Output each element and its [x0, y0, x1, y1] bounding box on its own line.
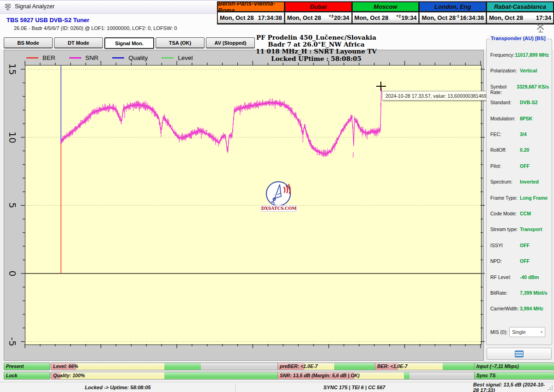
transponder-row-label: Frame Type: — [490, 195, 520, 201]
status-sync: SYNC 175 | TEI 6 | CC 567 — [235, 382, 473, 392]
transponder-row: Frame Type:Long Frame — [490, 195, 549, 201]
transponder-row: Frequency:11017,899 MHz — [490, 52, 549, 58]
transponder-row-label: CarrierWidth: — [490, 306, 520, 311]
clock-date: Mon, Oct 28 — [422, 14, 456, 21]
transponder-row: NPD:OFF — [490, 258, 549, 264]
clock-time-cell: Mon, Oct 28-116:34:38 — [419, 12, 486, 24]
transponder-row-label: Standard: — [490, 100, 520, 105]
y-axis-tick-label: 0 — [4, 265, 21, 282]
transponder-row-value: 7,399 Mbit/s — [520, 290, 548, 296]
chart-header-line3: 11 018 MHz_H : SNRT Layoune TV — [199, 48, 434, 55]
mode-button-tsa-ok[interactable]: TSA (OK) — [156, 37, 205, 48]
signal-bar-ber: BER: <1.0E-7 — [375, 362, 475, 370]
transponder-row-label: Modulation: — [490, 116, 520, 121]
status-uptime: Locked -> Uptime: 58:08:05 — [0, 382, 235, 392]
mis-dropdown[interactable]: Single ▾ — [509, 327, 545, 337]
clock-date: Mon, Oct 28 — [489, 14, 523, 21]
transponder-row-label: RollOff: — [490, 147, 520, 153]
signal-bar-snr: SNR: 13,5 dB (Margin: 5,6 dB | OK) — [277, 372, 475, 380]
watermark-text: DXSATCS.COM — [261, 205, 297, 212]
transponder-row: RollOff:0.20 — [490, 147, 549, 153]
legend-label: BER — [42, 54, 55, 61]
signal-chart — [25, 65, 481, 344]
transponder-title: Transponder (AU) [BS] — [489, 36, 547, 41]
clock-city-header: Berlin-Paris-Vienna-Roma — [217, 2, 284, 12]
resize-grip[interactable] — [548, 385, 553, 391]
y-axis-tick-label: 15 — [4, 61, 21, 77]
chart-tooltip: 2024-10-28 17.33.57, value: 13,600000381… — [382, 91, 493, 101]
transponder-row: ISSYIOFF — [490, 243, 549, 248]
transponder-row-label: Code Mode: — [490, 211, 520, 216]
transponder-row-value: 0.20 — [520, 147, 529, 153]
legend-swatch — [112, 57, 124, 59]
transponder-panel: Transponder (AU) [BS] Frequency:11017,89… — [486, 36, 552, 360]
chart-legend: BERSNRQualityLevel — [26, 54, 193, 61]
chart-header-line1: PF Prodelin 450_Lučenec/Slovakia — [199, 34, 434, 41]
transponder-row-value: DVB-S2 — [520, 100, 538, 105]
mode-button-signal-mon[interactable]: Signal Mon. — [104, 37, 154, 49]
transponder-row: Stream type:Transport — [490, 226, 549, 232]
y-axis-tick-label: -5 — [4, 333, 21, 350]
transponder-row-value: OFF — [520, 163, 530, 169]
status-bar: Locked -> Uptime: 58:08:05 SYNC 175 | TE… — [0, 382, 554, 392]
clock-time-cell: Mon, Oct 2817:34:38 — [217, 12, 284, 24]
transponder-row-label: FEC: — [490, 131, 520, 137]
clock-date: Mon, Oct 28 — [355, 14, 389, 21]
transponder-row: CarrierWidth:3,994 MHz — [490, 306, 549, 311]
transponder-row-value: -40 dBm — [520, 274, 539, 280]
stripes-icon — [515, 350, 524, 357]
signal-bar-quality: Quality: 100% — [51, 372, 278, 380]
world-clocks: Berlin-Paris-Vienna-RomaDubaiMoscowLondo… — [217, 1, 554, 24]
legend-item-snr: SNR — [69, 54, 99, 61]
transponder-row-label: Frequency: — [490, 52, 515, 58]
mis-row: MIS (0): Single ▾ — [490, 327, 549, 337]
clock-utc-offset: +3 — [329, 14, 333, 18]
signal-bar-level: Level: 66% — [51, 362, 278, 370]
mode-button-bs-mode[interactable]: BS Mode — [4, 37, 53, 48]
clock-date: Mon, Oct 28 — [220, 14, 254, 21]
transponder-row: Spectrum:Inverted — [490, 179, 549, 184]
transponder-row-value: Vertical — [520, 68, 537, 73]
clock-time-cell: Mon, Oct 28+320:34 — [285, 12, 352, 24]
transponder-row: RF Level:-40 dBm — [490, 274, 549, 280]
clock-time: 17:34 — [536, 14, 551, 21]
transponder-groupbox: Transponder (AU) [BS] Frequency:11017,89… — [486, 39, 552, 345]
clock-city-header: Dubai — [285, 2, 352, 12]
signal-bar-lock: Lock — [4, 372, 50, 380]
signal-bar-present: Present — [4, 362, 50, 370]
transponder-row-value: CCM — [520, 211, 531, 216]
legend-label: Level — [178, 54, 193, 61]
transponder-row: Polarization:Vertical — [490, 68, 549, 73]
clock-time-cell: Mon, Oct 28+219:34 — [352, 12, 419, 24]
clock-utc-offset: -1 — [456, 14, 459, 18]
chart-header: PF Prodelin 450_Lučenec/Slovakia Badr 7 … — [199, 34, 434, 62]
mode-button-dt-mode[interactable]: DT Mode — [54, 37, 103, 48]
transponder-row-value: Transport — [520, 226, 542, 232]
dxsatcs-logo-icon — [261, 181, 296, 207]
transponder-row: FEC:3/4 — [490, 131, 549, 137]
transponder-row-label: BitRate: — [490, 290, 520, 296]
clock-utc-offset: +2 — [396, 14, 401, 18]
clock-time: 17:34:38 — [258, 14, 282, 21]
tuner-subtitle: 26.0E - Badr 4/5/6/7 (ID: 0260) @ LOF1: … — [14, 25, 177, 31]
dxsatcs-watermark: DXSATCS.COM — [261, 181, 296, 212]
window-title: Signal Analyzer — [15, 3, 54, 10]
transponder-row: Modulation:8PSK — [490, 116, 549, 121]
signal-bar-syncts: Sync TS — [474, 372, 554, 380]
legend-item-quality: Quality — [112, 54, 148, 61]
transponder-row-label: NPD: — [490, 258, 520, 264]
transponder-row-value: 3/4 — [520, 131, 527, 137]
legend-label: Quality — [128, 54, 148, 61]
signal-bar-preber: preBER: <1.0E-7 — [277, 362, 376, 370]
legend-swatch — [26, 57, 38, 59]
clock-city-header: London, Eng — [419, 2, 486, 12]
transponder-row: Code Mode:CCM — [490, 211, 549, 216]
transponder-row-value: Inverted — [520, 179, 539, 184]
panel-action-button[interactable] — [487, 348, 552, 360]
tuner-title: TBS 5927 USB DVB-S2 Tuner — [6, 17, 90, 24]
satellite-dish-icon-small — [534, 22, 548, 34]
transponder-row-value: OFF — [520, 243, 530, 248]
crosshair-cursor-v — [380, 82, 381, 91]
clock-city-header: Rabat-Casablanca — [487, 2, 554, 12]
transponder-row-label: ISSYI — [490, 243, 520, 248]
